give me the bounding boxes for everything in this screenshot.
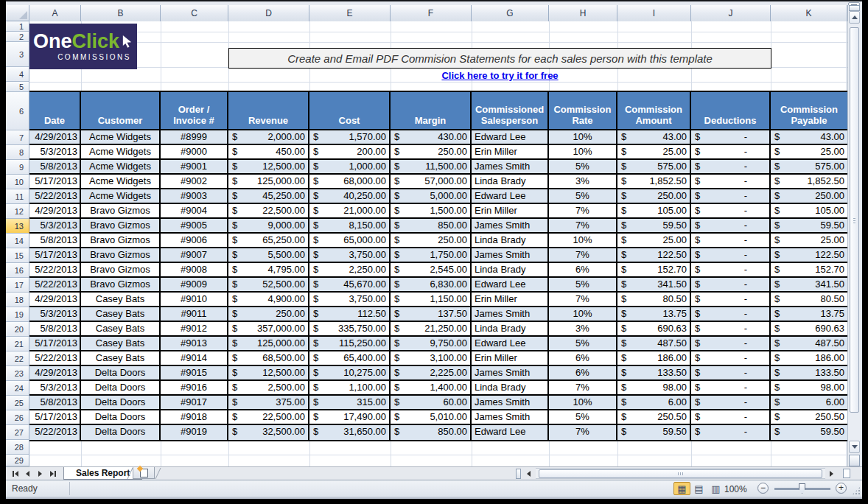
cell-amount[interactable]: $6.00 [617,396,691,409]
row-header-9[interactable]: 9 [6,160,29,175]
cell-salesperson[interactable]: Linda Brady [472,381,549,394]
cell-date[interactable]: 4/29/2013 [29,204,81,217]
cell-payable[interactable]: $25.00 [771,145,847,158]
cell-cost[interactable]: $8,150.00 [309,219,391,232]
cell-salesperson[interactable]: Linda Brady [472,322,549,335]
cell-deduction[interactable]: $- [691,381,771,394]
cell-salesperson[interactable]: Edward Lee [472,425,549,440]
cell-date[interactable]: 5/8/2013 [29,396,81,409]
cell-salesperson[interactable]: Erin Miller [472,145,549,158]
header-margin[interactable]: Margin [391,92,472,129]
previous-sheet-button[interactable] [21,468,34,479]
cell-rate[interactable]: 5% [549,278,617,291]
row-header-24[interactable]: 24 [6,381,29,396]
table-row[interactable]: 5/22/2013 Bravo Gizmos #9009 $52,500.00 … [29,278,847,293]
row-header-15[interactable]: 15 [6,248,29,263]
cell-salesperson[interactable]: James Smith [472,410,549,424]
page-layout-view-button[interactable]: ▤ [690,482,707,495]
cell-margin[interactable]: $6,830.00 [391,278,472,291]
cell-margin[interactable]: $430.00 [391,130,472,144]
cell-rate[interactable]: 10% [549,307,617,321]
cell-cost[interactable]: $1,100.00 [309,381,391,394]
cell-amount[interactable]: $98.00 [617,381,691,394]
table-row[interactable]: 5/3/2013 Bravo Gizmos #9005 $9,000.00 $8… [29,219,847,234]
table-row[interactable]: 5/22/2013 Casey Bats #9014 $68,500.00 $6… [29,351,847,366]
row-header-4[interactable]: 4 [6,67,29,82]
cell-invoice[interactable]: #9000 [161,145,228,158]
cell-cost[interactable]: $10,275.00 [309,366,391,379]
cell-customer[interactable]: Delta Doors [81,410,161,424]
cell-amount[interactable]: $122.50 [617,248,691,262]
cell-invoice[interactable]: #9014 [161,351,228,365]
cell-payable[interactable]: $43.00 [771,130,847,144]
cell-invoice[interactable]: #9018 [161,410,228,424]
cell-deduction[interactable]: $- [691,145,771,158]
cell-amount[interactable]: $152.70 [617,263,691,276]
cell-margin[interactable]: $1,150.00 [391,293,472,306]
cell-margin[interactable]: $57,000.00 [391,175,472,188]
cell-deduction[interactable]: $- [691,219,771,232]
cell-deduction[interactable]: $- [691,175,771,188]
cell-salesperson[interactable]: James Smith [472,160,549,173]
vertical-scrollbar[interactable] [847,5,861,466]
column-header-I[interactable]: I [617,5,691,21]
cell-salesperson[interactable]: James Smith [472,396,549,409]
header-commission-rate[interactable]: Commission Rate [549,92,617,129]
cell-invoice[interactable]: #9006 [161,234,228,247]
cell-margin[interactable]: $1,400.00 [391,381,472,394]
row-header-27[interactable]: 27 [6,425,29,440]
select-all-corner[interactable] [6,5,29,21]
zoom-in-button[interactable]: + [836,483,847,494]
cell-amount[interactable]: $250.00 [617,189,691,203]
cell-rate[interactable]: 7% [549,425,617,440]
cell-payable[interactable]: $59.50 [771,219,847,232]
table-row[interactable]: 5/17/2013 Casey Bats #9013 $125,000.00 $… [29,337,847,351]
cell-invoice[interactable]: #9007 [161,248,228,262]
row-header-28[interactable]: 28 [6,440,29,455]
row-header-13[interactable]: 13 [6,219,29,234]
cell-revenue[interactable]: $375.00 [228,396,309,409]
cell-revenue[interactable]: $125,000.00 [228,175,309,188]
cell-rate[interactable]: 10% [549,234,617,247]
cell-cost[interactable]: $68,000.00 [309,175,391,188]
cell-date[interactable]: 5/3/2013 [29,307,81,321]
cell-date[interactable]: 5/8/2013 [29,160,81,173]
cell-revenue[interactable]: $52,500.00 [228,278,309,291]
row-header-19[interactable]: 19 [6,307,29,322]
cell-rate[interactable]: 10% [549,396,617,409]
cell-date[interactable]: 5/3/2013 [29,219,81,232]
column-header-E[interactable]: E [309,5,391,21]
cell-payable[interactable]: $341.50 [771,278,847,291]
cell-salesperson[interactable]: Linda Brady [472,263,549,276]
zoom-slider-thumb[interactable] [799,483,805,494]
cell-customer[interactable]: Acme Widgets [81,130,161,144]
cell-amount[interactable]: $105.00 [617,204,691,217]
row-header-26[interactable]: 26 [6,410,29,425]
cell-cost[interactable]: $65,000.00 [309,234,391,247]
cell-invoice[interactable]: #9017 [161,396,228,409]
table-row[interactable]: 5/22/2013 Bravo Gizmos #9008 $4,795.00 $… [29,263,847,278]
cell-amount[interactable]: $43.00 [617,130,691,144]
cell-cost[interactable]: $1,570.00 [309,130,391,144]
cell-payable[interactable]: $690.63 [771,322,847,335]
cell-rate[interactable]: 6% [549,351,617,365]
header-deductions[interactable]: Deductions [691,92,771,129]
cell-invoice[interactable]: #9001 [161,160,228,173]
cell-revenue[interactable]: $9,000.00 [228,219,309,232]
cell-invoice[interactable]: #9015 [161,366,228,379]
cell-deduction[interactable]: $- [691,410,771,424]
column-header-A[interactable]: A [29,5,81,21]
header-salesperson[interactable]: Commissioned Salesperson [472,92,549,129]
table-row[interactable]: 5/17/2013 Bravo Gizmos #9007 $5,500.00 $… [29,248,847,263]
cell-customer[interactable]: Acme Widgets [81,189,161,203]
table-row[interactable]: 5/8/2013 Delta Doors #9017 $375.00 $315.… [29,396,847,410]
cell-amount[interactable]: $13.75 [617,307,691,321]
cell-payable[interactable]: $152.70 [771,263,847,276]
vertical-scroll-thumb[interactable] [850,27,859,413]
cell-payable[interactable]: $575.00 [771,160,847,173]
cell-invoice[interactable]: #8999 [161,130,228,144]
cell-amount[interactable]: $133.50 [617,366,691,379]
header-commission-amount[interactable]: Commission Amount [617,92,691,129]
row-header-16[interactable]: 16 [6,263,29,278]
cell-deduction[interactable]: $- [691,366,771,379]
